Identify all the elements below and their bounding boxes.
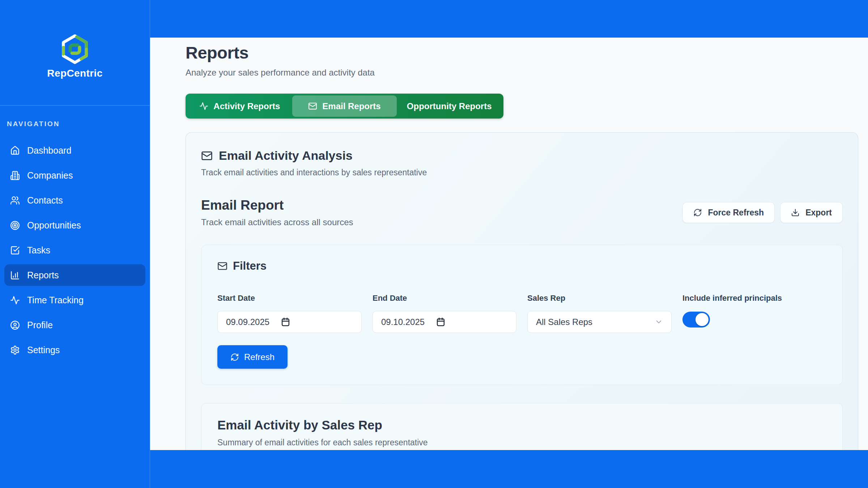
sidebar-item-label: Reports (27, 270, 59, 281)
analysis-card-title: Email Activity Analysis (219, 149, 353, 163)
sidebar-item-settings[interactable]: Settings (4, 339, 145, 361)
refresh-icon (230, 353, 239, 361)
sidebar-item-label: Dashboard (27, 145, 71, 156)
sales-rep-label: Sales Rep (527, 294, 672, 303)
filters-title: Filters (233, 260, 267, 273)
analysis-card-subtitle: Track email activities and interactions … (201, 168, 843, 177)
sidebar-item-reports[interactable]: Reports (4, 264, 145, 286)
building-icon (10, 171, 20, 180)
email-activity-by-rep-card: Email Activity by Sales Rep Summary of e… (201, 403, 843, 450)
refresh-icon (693, 208, 702, 217)
sidebar-item-label: Tasks (27, 245, 50, 256)
email-report-heading-block: Email Report Track email activities acro… (201, 198, 353, 227)
export-button[interactable]: Export (780, 202, 843, 223)
sidebar-item-label: Time Tracking (27, 295, 84, 305)
start-date-label: Start Date (217, 294, 362, 303)
page-title: Reports (186, 43, 858, 63)
sidebar-item-dashboard[interactable]: Dashboard (4, 140, 145, 161)
sidebar: RepCentric NAVIGATION Dashboard Companie… (0, 0, 150, 488)
tab-opportunity-reports[interactable]: Opportunity Reports (397, 95, 502, 117)
logo-block: RepCentric (0, 0, 150, 106)
email-activity-analysis-card: Email Activity Analysis Track email acti… (186, 132, 858, 450)
email-report-title: Email Report (201, 198, 353, 213)
download-icon (791, 208, 800, 217)
page-subtitle: Analyze your sales performance and activ… (186, 68, 858, 78)
sidebar-item-companies[interactable]: Companies (4, 164, 145, 186)
by-rep-title: Email Activity by Sales Rep (217, 418, 826, 432)
user-circle-icon (10, 320, 20, 330)
filters-card: Filters Start Date 09.09.2025 End Date (201, 245, 843, 385)
repcentric-logo-icon (59, 34, 90, 65)
toggle-knob (695, 313, 709, 326)
tab-label: Email Reports (322, 101, 380, 111)
sidebar-item-label: Contacts (27, 195, 63, 206)
check-square-icon (10, 245, 20, 255)
start-date-value: 09.09.2025 (226, 317, 269, 327)
sales-rep-field: Sales Rep All Sales Reps (527, 294, 672, 333)
sales-rep-select[interactable]: All Sales Reps (527, 311, 672, 333)
sidebar-item-label: Settings (27, 345, 60, 355)
reports-tabbar: Activity Reports Email Reports Opportuni… (186, 94, 503, 119)
tab-label: Opportunity Reports (407, 101, 492, 111)
sidebar-item-profile[interactable]: Profile (4, 314, 145, 336)
end-date-input[interactable]: 09.10.2025 (373, 311, 516, 333)
start-date-input[interactable]: 09.09.2025 (217, 311, 362, 333)
users-icon (10, 196, 20, 205)
tab-label: Activity Reports (213, 101, 280, 111)
chevron-down-icon (655, 318, 663, 326)
activity-icon (10, 295, 20, 305)
sidebar-item-label: Profile (27, 320, 53, 330)
sidebar-item-time-tracking[interactable]: Time Tracking (4, 289, 145, 311)
include-inferred-label: Include inferred principals (682, 294, 826, 303)
sidebar-nav: Dashboard Companies Contacts Opportuniti… (0, 140, 150, 361)
mail-icon (201, 150, 213, 162)
end-date-field: End Date 09.10.2025 (373, 294, 516, 333)
include-inferred-toggle[interactable] (682, 312, 710, 328)
sidebar-item-opportunities[interactable]: Opportunities (4, 214, 145, 236)
refresh-button[interactable]: Refresh (217, 345, 288, 369)
email-report-subtitle: Track email activities across all source… (201, 217, 353, 227)
calendar-icon[interactable] (436, 317, 445, 326)
force-refresh-button[interactable]: Force Refresh (682, 202, 775, 223)
force-refresh-label: Force Refresh (708, 208, 764, 218)
calendar-icon[interactable] (281, 317, 290, 326)
sidebar-item-label: Companies (27, 170, 73, 181)
target-icon (10, 221, 20, 230)
bar-chart-icon (10, 270, 20, 280)
end-date-value: 09.10.2025 (381, 317, 425, 327)
repcentric-app: { "app": { "name": "RepCentric" }, "side… (0, 0, 868, 488)
activity-icon (199, 102, 208, 111)
sidebar-item-tasks[interactable]: Tasks (4, 239, 145, 261)
filters-grid: Start Date 09.09.2025 End Date 09.10.202… (217, 294, 826, 333)
export-label: Export (805, 208, 832, 218)
sidebar-item-contacts[interactable]: Contacts (4, 189, 145, 211)
by-rep-subtitle: Summary of email activities for each sal… (217, 438, 826, 448)
tab-email-reports[interactable]: Email Reports (292, 95, 397, 117)
sidebar-item-label: Opportunities (27, 220, 81, 231)
refresh-label: Refresh (244, 352, 275, 362)
analysis-card-header: Email Activity Analysis (201, 149, 843, 163)
main-content: Reports Analyze your sales performance a… (150, 38, 868, 450)
report-actions: Force Refresh Export (682, 202, 843, 223)
start-date-field: Start Date 09.09.2025 (217, 294, 362, 333)
app-name: RepCentric (47, 68, 102, 79)
tab-activity-reports[interactable]: Activity Reports (187, 95, 292, 117)
sales-rep-value: All Sales Reps (536, 317, 592, 327)
mail-icon (217, 261, 227, 271)
include-inferred-field: Include inferred principals (682, 294, 826, 333)
email-report-header-row: Email Report Track email activities acro… (201, 198, 843, 227)
nav-section-heading: NAVIGATION (7, 120, 143, 128)
filters-header: Filters (217, 260, 826, 273)
end-date-label: End Date (373, 294, 516, 303)
mail-icon (308, 102, 317, 111)
gear-icon (10, 345, 20, 355)
home-icon (10, 146, 20, 155)
